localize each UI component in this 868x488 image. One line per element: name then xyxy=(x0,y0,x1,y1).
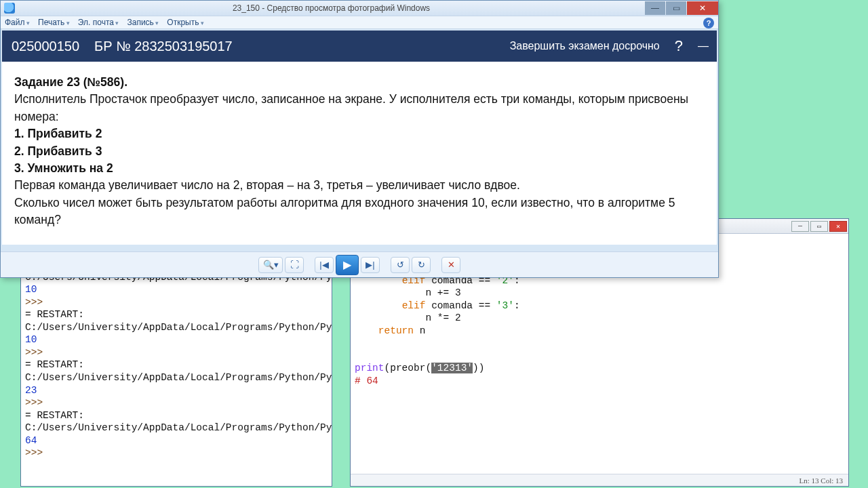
task-cmd-2: 2. Прибавить 3 xyxy=(14,144,102,158)
menu-print[interactable]: Печать xyxy=(38,18,70,27)
slideshow-button[interactable]: ▶ xyxy=(336,255,359,275)
exam-id-2: БР № 2832503195017 xyxy=(94,39,233,54)
rotate-cw-button[interactable]: ↻ xyxy=(412,257,431,273)
exam-header: 025000150 БР № 2832503195017 Завершить э… xyxy=(2,30,717,62)
help-icon[interactable]: ? xyxy=(703,18,714,28)
photo-viewer-toolbar: 🔍▾ ⛶ |◀ ▶ ▶| ↺ ↻ ✕ xyxy=(1,251,718,277)
next-button[interactable]: ▶| xyxy=(361,257,380,273)
exam-body: Задание 23 (№586). Исполнитель Простачок… xyxy=(2,62,717,245)
task-p1: Исполнитель Простачок преобразует число,… xyxy=(14,91,705,125)
photo-viewer-titlebar[interactable]: 23_150 - Средство просмотра фотографий W… xyxy=(1,1,718,16)
menu-file[interactable]: Файл xyxy=(5,18,30,27)
editor-minimize-button[interactable]: — xyxy=(791,221,809,232)
editor-maximize-button[interactable]: ▭ xyxy=(810,221,828,232)
photo-viewer-window: 23_150 - Средство просмотра фотографий W… xyxy=(0,0,719,278)
task-p2: Первая команда увеличивает число на 2, в… xyxy=(14,177,705,194)
fit-button[interactable]: ⛶ xyxy=(285,257,304,273)
editor-close-button[interactable]: ✕ xyxy=(829,221,847,232)
menu-email[interactable]: Эл. почта xyxy=(78,18,119,27)
editor-statusbar: Ln: 13 Col: 13 xyxy=(351,474,848,486)
task-title: Задание 23 (№586). xyxy=(14,75,127,89)
photo-content: 025000150 БР № 2832503195017 Завершить э… xyxy=(2,30,717,245)
exam-help-icon[interactable]: ? xyxy=(675,37,683,55)
delete-button[interactable]: ✕ xyxy=(441,257,460,273)
zoom-button[interactable]: 🔍▾ xyxy=(258,257,283,273)
menu-burn[interactable]: Запись xyxy=(127,18,159,27)
exam-id-1: 025000150 xyxy=(12,39,79,54)
menu-open[interactable]: Открыть xyxy=(167,18,204,27)
app-icon xyxy=(4,3,15,14)
exam-collapse-icon[interactable]: — xyxy=(698,40,707,52)
task-cmd-1: 1. Прибавить 2 xyxy=(14,127,102,140)
menu-bar: Файл Печать Эл. почта Запись Открыть ? xyxy=(1,16,718,29)
minimize-button[interactable]: — xyxy=(645,1,665,15)
window-title: 23_150 - Средство просмотра фотографий W… xyxy=(18,3,644,13)
close-button[interactable]: ✕ xyxy=(687,1,718,15)
finish-exam-button[interactable]: Завершить экзамен досрочно xyxy=(510,40,660,52)
task-cmd-3: 3. Умножить на 2 xyxy=(14,161,113,175)
rotate-ccw-button[interactable]: ↺ xyxy=(391,257,410,273)
prev-button[interactable]: |◀ xyxy=(315,257,334,273)
task-p3: Сколько чисел может быть результатом раб… xyxy=(14,195,705,229)
maximize-button[interactable]: ▭ xyxy=(666,1,686,15)
